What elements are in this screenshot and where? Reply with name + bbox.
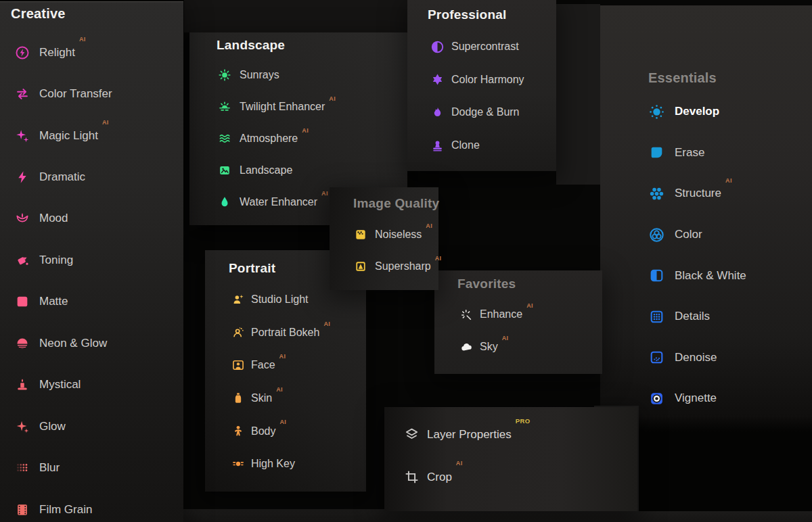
tool-item-label: Toning	[39, 254, 73, 267]
ai-badge: AI	[456, 460, 463, 467]
tool-item-label: Landscape	[240, 164, 292, 176]
ai-badge: AI	[276, 386, 283, 393]
ai-badge: AI	[435, 255, 442, 262]
film-grain-icon	[15, 502, 30, 517]
tool-item-supercontrast[interactable]: Supercontrast	[407, 30, 556, 64]
ai-badge: AI	[102, 119, 109, 126]
tool-item-label: Skin	[251, 392, 272, 404]
ai-badge: AI	[502, 335, 509, 341]
mystical-icon	[15, 377, 30, 392]
tool-item-enhance[interactable]: EnhanceAI	[434, 298, 602, 331]
glow-icon	[15, 419, 30, 434]
tool-item-atmosphere[interactable]: AtmosphereAI	[189, 123, 407, 155]
ai-badge: AI	[79, 36, 86, 43]
tool-item-body[interactable]: BodyAI	[205, 414, 366, 448]
tool-item-mystical[interactable]: Mystical	[0, 364, 183, 406]
background-block	[184, 0, 407, 32]
ai-badge: AI	[329, 95, 336, 102]
tool-item-sky[interactable]: SkyAI	[434, 331, 602, 363]
vignette-icon	[648, 390, 665, 407]
panel-layer-tools: Layer PropertiesPROCropAI	[384, 407, 637, 511]
black-white-icon	[648, 267, 665, 284]
dramatic-icon	[15, 170, 30, 185]
tool-item-label: Erase	[675, 146, 704, 160]
body-icon	[231, 425, 245, 438]
tool-item-color-transfer[interactable]: Color Transfer	[0, 73, 183, 114]
panel-professional: ProfessionalSupercontrastColor HarmonyDo…	[407, 0, 556, 171]
toning-icon	[15, 253, 30, 268]
tool-item-develop[interactable]: Develop	[600, 91, 812, 133]
tool-item-label: Layer Properties	[427, 428, 512, 442]
panel-favorites: FavoritesEnhanceAISkyAI	[434, 270, 602, 374]
ai-badge: AI	[725, 177, 732, 184]
tool-item-color-harmony[interactable]: Color Harmony	[407, 64, 556, 97]
color-icon	[648, 227, 665, 243]
landscape-icon	[218, 164, 231, 177]
panel-title: Portrait	[229, 261, 275, 276]
tool-item-skin[interactable]: SkinAI	[205, 382, 366, 415]
background-block	[639, 416, 812, 511]
panel-title: Essentials	[648, 70, 717, 86]
tool-item-black-white[interactable]: Black & White	[600, 255, 812, 296]
tool-item-noiseless[interactable]: NoiselessAI	[330, 218, 438, 251]
panel-title: Favorites	[457, 277, 516, 291]
twilight-icon	[218, 100, 231, 114]
tool-item-face[interactable]: FaceAI	[205, 349, 366, 382]
skin-icon	[231, 392, 245, 405]
tool-item-label: Atmosphere	[240, 133, 298, 145]
tool-item-sunrays[interactable]: Sunrays	[189, 60, 407, 91]
tool-item-layer-properties[interactable]: Layer PropertiesPRO	[384, 413, 637, 456]
tool-item-label: Dodge & Burn	[451, 106, 520, 118]
tool-item-label: Face	[251, 359, 275, 371]
tool-item-color[interactable]: Color	[600, 214, 812, 256]
dodge-burn-icon	[430, 105, 445, 120]
tool-item-denoise[interactable]: Denoise	[600, 337, 812, 379]
tool-item-label: Portrait Bokeh	[251, 327, 319, 339]
panel-title: Creative	[11, 6, 66, 22]
panel-image-quality: Image QualityNoiselessAISupersharpAI	[330, 187, 438, 290]
sunrays-icon	[218, 68, 231, 82]
sky-icon	[460, 341, 473, 354]
tool-item-label: Matte	[39, 295, 68, 308]
tool-item-supersharp[interactable]: SupersharpAI	[330, 251, 438, 283]
tool-item-landscape[interactable]: Landscape	[189, 154, 407, 186]
tool-item-crop[interactable]: CropAI	[384, 456, 637, 498]
supercontrast-icon	[430, 40, 445, 54]
structure-icon	[648, 185, 665, 202]
tool-item-details[interactable]: Details	[600, 296, 812, 337]
tool-item-toning[interactable]: Toning	[0, 239, 183, 281]
tool-item-neon-glow[interactable]: Neon & Glow	[0, 323, 183, 364]
enhance-icon	[460, 308, 473, 321]
tool-item-mood[interactable]: Mood	[0, 198, 183, 239]
tool-item-label: Relight	[39, 46, 75, 60]
tool-item-label: Structure	[675, 187, 721, 200]
tool-item-twilight-enhancer[interactable]: Twilight EnhancerAI	[189, 91, 407, 123]
tool-item-portrait-bokeh[interactable]: Portrait BokehAI	[205, 316, 366, 350]
tool-item-erase[interactable]: Erase	[600, 133, 812, 174]
tool-item-relight[interactable]: RelightAI	[0, 32, 183, 73]
tool-item-matte[interactable]: Matte	[0, 281, 183, 323]
tool-item-blur[interactable]: Blur	[0, 447, 183, 488]
tool-item-dramatic[interactable]: Dramatic	[0, 156, 183, 197]
tool-item-structure[interactable]: StructureAI	[600, 173, 812, 214]
tool-item-label: Noiseless	[375, 229, 422, 241]
tool-item-dodge-burn[interactable]: Dodge & Burn	[407, 96, 556, 129]
tool-item-label: Denoise	[675, 351, 717, 364]
mood-icon	[15, 211, 30, 226]
denoise-icon	[648, 349, 665, 366]
tool-item-clone[interactable]: Clone	[407, 129, 556, 162]
tool-item-label: Mystical	[39, 378, 81, 392]
ai-badge: AI	[279, 419, 286, 425]
tool-item-label: Clone	[451, 139, 480, 151]
panel-essentials: EssentialsDevelopEraseStructureAIColorBl…	[600, 5, 812, 445]
panel-title: Professional	[428, 7, 506, 22]
tool-item-film-grain[interactable]: Film Grain	[0, 489, 183, 522]
tool-item-label: Sky	[480, 341, 498, 353]
neon-glow-icon	[15, 336, 30, 351]
noiseless-icon	[354, 228, 367, 241]
tool-item-label: Black & White	[675, 269, 746, 283]
tool-item-high-key[interactable]: High Key	[205, 448, 366, 481]
tool-item-magic-light[interactable]: Magic LightAI	[0, 115, 183, 156]
color-transfer-icon	[15, 87, 30, 101]
tool-item-glow[interactable]: Glow	[0, 406, 183, 447]
